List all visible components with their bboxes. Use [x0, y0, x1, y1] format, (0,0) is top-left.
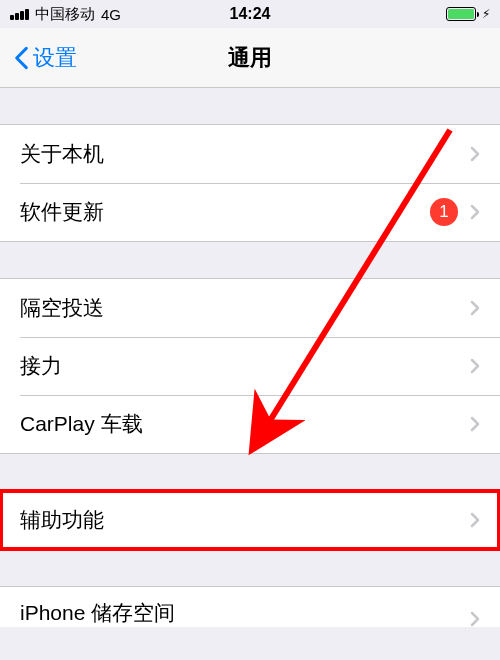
chevron-right-icon — [470, 611, 480, 627]
cell-label: 关于本机 — [20, 140, 470, 168]
chevron-left-icon — [14, 46, 29, 70]
cell-label: 隔空投送 — [20, 294, 470, 322]
cell-about[interactable]: 关于本机 — [0, 125, 500, 183]
chevron-right-icon — [470, 358, 480, 374]
cell-label: 接力 — [20, 352, 470, 380]
cell-handoff[interactable]: 接力 — [0, 337, 500, 395]
settings-group-2: 隔空投送 接力 CarPlay 车载 — [0, 278, 500, 454]
settings-group-3: 辅助功能 — [0, 490, 500, 550]
chevron-right-icon — [470, 204, 480, 220]
cell-accessibility[interactable]: 辅助功能 — [0, 491, 500, 549]
chevron-right-icon — [470, 416, 480, 432]
chevron-right-icon — [470, 146, 480, 162]
battery-icon: ⚡︎ — [446, 7, 490, 21]
cell-label: iPhone 储存空间 — [20, 599, 470, 627]
cell-carplay[interactable]: CarPlay 车载 — [0, 395, 500, 453]
cell-airdrop[interactable]: 隔空投送 — [0, 279, 500, 337]
clock-label: 14:24 — [230, 5, 271, 23]
update-badge: 1 — [430, 198, 458, 226]
cell-software-update[interactable]: 软件更新 1 — [0, 183, 500, 241]
cell-label: 软件更新 — [20, 198, 430, 226]
settings-group-4: iPhone 储存空间 — [0, 586, 500, 627]
page-title: 通用 — [228, 43, 272, 73]
cell-iphone-storage[interactable]: iPhone 储存空间 — [0, 587, 500, 627]
network-label: 4G — [101, 6, 121, 23]
back-label: 设置 — [33, 43, 77, 73]
chevron-right-icon — [470, 300, 480, 316]
back-button[interactable]: 设置 — [14, 43, 77, 73]
status-bar: 中国移动 4G 14:24 ⚡︎ — [0, 0, 500, 28]
cell-label: 辅助功能 — [20, 506, 470, 534]
carrier-label: 中国移动 — [35, 5, 95, 24]
nav-bar: 设置 通用 — [0, 28, 500, 88]
cell-label: CarPlay 车载 — [20, 410, 470, 438]
signal-icon — [10, 9, 29, 20]
chevron-right-icon — [470, 512, 480, 528]
settings-group-1: 关于本机 软件更新 1 — [0, 124, 500, 242]
